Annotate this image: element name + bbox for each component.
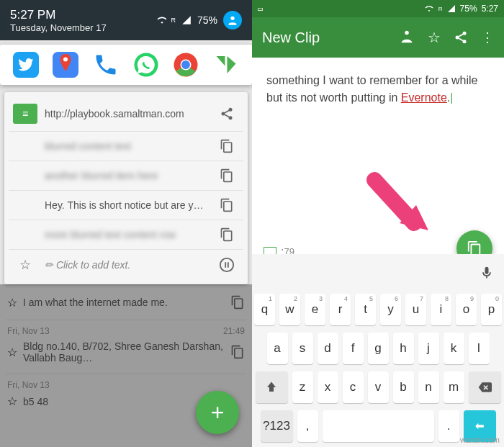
svg-point-0: [230, 17, 234, 20]
keyboard[interactable]: q1w2e3r4t5y6u7i8o9p0 asdfghjkl zxcvbnm ?…: [252, 254, 504, 447]
copy-icon[interactable]: [215, 139, 239, 153]
right-screenshot: ▭ R 75% 5:27 New Clip ☆ ⋮ something I wa…: [252, 0, 504, 447]
svg-point-9: [222, 112, 225, 116]
status-bar: ▭ R 75% 5:27: [252, 0, 504, 17]
key-y[interactable]: y6: [380, 294, 401, 325]
pause-icon[interactable]: [215, 257, 239, 273]
key-u[interactable]: u7: [405, 294, 426, 325]
status-time: 5:27 PM: [10, 8, 107, 22]
comma-key[interactable]: ,: [297, 410, 318, 442]
key-d[interactable]: d: [318, 333, 338, 364]
url-text: http://playbook.samaltman.com: [45, 108, 207, 119]
suggestion-bar: [252, 257, 504, 289]
key-x[interactable]: x: [318, 371, 338, 403]
key-b[interactable]: b: [393, 371, 414, 403]
battery-text: 75%: [197, 14, 217, 26]
key-k[interactable]: k: [444, 333, 464, 364]
key-e[interactable]: e3: [305, 294, 325, 325]
svg-point-3: [63, 58, 68, 62]
key-h[interactable]: h: [393, 333, 414, 364]
key-i[interactable]: i8: [431, 294, 451, 325]
roaming-badge: R: [171, 17, 176, 24]
app-logo-icon: ≡: [13, 104, 37, 124]
app-bar: New Clip ☆ ⋮: [252, 17, 504, 58]
key-n[interactable]: n: [418, 371, 439, 403]
twitter-icon[interactable]: [10, 49, 42, 81]
star-icon[interactable]: ☆: [428, 29, 441, 46]
quick-apps-bar: [0, 45, 252, 85]
key-f[interactable]: f: [343, 333, 364, 364]
svg-point-14: [456, 36, 459, 40]
reader-icon[interactable]: [399, 30, 415, 45]
key-j[interactable]: j: [418, 333, 439, 364]
mic-icon[interactable]: [480, 266, 494, 280]
key-m[interactable]: m: [444, 371, 464, 403]
space-key[interactable]: [323, 410, 434, 442]
key-o[interactable]: o9: [456, 294, 477, 325]
copy-icon[interactable]: [215, 198, 239, 212]
shift-key[interactable]: [256, 371, 288, 403]
page-title: New Clip: [262, 30, 386, 46]
period-key[interactable]: .: [438, 410, 459, 442]
svg-point-11: [220, 258, 233, 271]
key-a[interactable]: a: [267, 333, 288, 364]
signal-icon: [447, 4, 456, 13]
key-s[interactable]: s: [292, 333, 313, 364]
wifi-icon: [424, 4, 434, 13]
left-screenshot: 5:27 PM Tuesday, November 17 R 75% ☆I am…: [0, 0, 252, 447]
watermark: wsxdn.com: [460, 435, 500, 444]
key-w[interactable]: w2: [279, 294, 300, 325]
key-c[interactable]: c: [343, 371, 364, 403]
star-icon[interactable]: ☆: [13, 257, 37, 273]
chrome-icon[interactable]: [170, 49, 202, 81]
key-t[interactable]: t5: [355, 294, 376, 325]
clipboard-card: ≡ http://playbook.samaltman.com blurred …: [4, 92, 248, 284]
status-date: Tuesday, November 17: [10, 22, 107, 33]
backspace-key[interactable]: [469, 371, 501, 403]
whatsapp-icon[interactable]: [130, 49, 162, 81]
copy-icon[interactable]: [215, 168, 239, 183]
key-p[interactable]: p0: [481, 294, 502, 325]
share-icon[interactable]: [454, 30, 468, 45]
share-icon[interactable]: [215, 107, 239, 121]
svg-point-12: [405, 31, 409, 35]
google-maps-icon[interactable]: [50, 49, 81, 81]
medium-icon[interactable]: [210, 49, 242, 81]
annotation-arrow: [360, 169, 439, 248]
key-z[interactable]: z: [292, 371, 313, 403]
key-r[interactable]: r4: [330, 294, 351, 325]
terminal-icon: ▭: [258, 4, 263, 14]
copy-icon[interactable]: [215, 227, 239, 242]
key-v[interactable]: v: [368, 371, 389, 403]
key-g[interactable]: g: [368, 333, 389, 364]
phone-icon[interactable]: [90, 49, 122, 81]
key-q[interactable]: q1: [254, 294, 275, 325]
wifi-icon: [156, 15, 168, 25]
user-avatar[interactable]: [223, 11, 242, 30]
notification-shade-header: 5:27 PM Tuesday, November 17 R 75%: [0, 0, 252, 40]
key-l[interactable]: l: [469, 333, 490, 364]
signal-icon: [181, 15, 192, 25]
overflow-menu-icon[interactable]: ⋮: [481, 30, 494, 45]
numeric-mode-key[interactable]: ?123: [261, 410, 293, 442]
svg-point-7: [181, 60, 190, 69]
add-fab[interactable]: +: [196, 391, 239, 434]
